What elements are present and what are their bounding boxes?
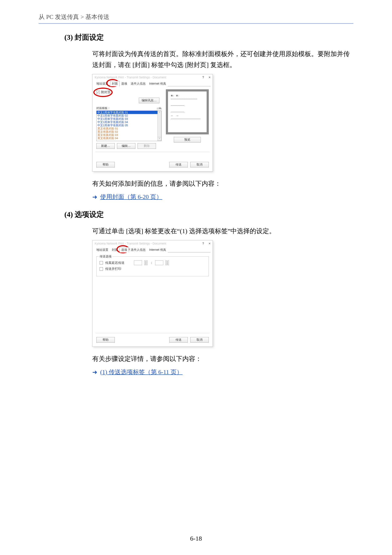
cancel-button[interactable]: 取消 bbox=[190, 337, 209, 343]
delayed-send-label: 传真延迟传送 bbox=[105, 261, 124, 265]
minute-input[interactable] bbox=[155, 260, 163, 265]
edit-template-button[interactable]: 编辑… bbox=[117, 143, 135, 149]
cancel-button[interactable]: 取消 bbox=[190, 162, 209, 168]
delete-template-button[interactable]: 删除 bbox=[137, 143, 156, 149]
dialog-tabs: 地址设置 封面 选项 送件人信息 Internet 传真 bbox=[93, 81, 213, 86]
minute-spinner[interactable]: ▲▼ bbox=[165, 260, 169, 265]
close-icon[interactable]: × bbox=[209, 76, 210, 79]
tab-address[interactable]: 地址设置 bbox=[95, 81, 110, 86]
send-and-print-label: 传送并打印 bbox=[105, 267, 121, 271]
send-button[interactable]: 传送 bbox=[169, 162, 188, 168]
options-tab-link[interactable]: (1) 传送选项标签（第 6-11 页） bbox=[100, 368, 183, 376]
list-item[interactable]: 中文1简体字传真封面 03 bbox=[97, 117, 161, 120]
tab-internet-fax[interactable]: Internet 传真 bbox=[147, 81, 168, 86]
attach-cover-checkbox[interactable]: ✓ bbox=[96, 91, 100, 94]
list-item[interactable]: 中文1简体字传真封面 04 bbox=[97, 120, 161, 124]
time-colon: ： bbox=[150, 261, 153, 265]
send-button[interactable]: 传送 bbox=[169, 337, 188, 343]
help-icon[interactable]: ? bbox=[202, 76, 204, 79]
delayed-send-checkbox[interactable] bbox=[100, 261, 103, 264]
section-4-ref-intro: 有关步骤设定详情，请参阅以下内容： bbox=[92, 353, 353, 364]
hour-spinner[interactable]: ▲▼ bbox=[144, 260, 148, 265]
preview-button[interactable]: 预览 bbox=[174, 137, 201, 143]
attach-cover-label: 附封页 bbox=[101, 90, 111, 94]
tab-cover[interactable]: 封面 bbox=[110, 81, 120, 86]
tab-options[interactable]: 选项 bbox=[120, 81, 129, 86]
dialog-title: Kyocera Network FAX - Transmit Settings … bbox=[95, 76, 166, 79]
send-and-print-checkbox[interactable] bbox=[100, 267, 103, 271]
arrow-right-icon: ➜ bbox=[92, 369, 97, 376]
help-button[interactable]: 帮助 bbox=[96, 162, 115, 168]
tab-sender[interactable]: 送件人信息 bbox=[129, 247, 147, 253]
breadcrumb: 从 PC 发送传真 > 基本传送 bbox=[39, 13, 353, 21]
hour-input[interactable] bbox=[134, 260, 142, 265]
cover-page-link[interactable]: 使用封面（第 6-20 页） bbox=[100, 193, 162, 201]
sort-icons[interactable]: ↓↑ A↓ bbox=[157, 107, 162, 110]
list-item[interactable]: 英文传真封面 01 bbox=[97, 127, 161, 130]
fieldset-legend: 传送选项 bbox=[99, 255, 112, 258]
template-listbox[interactable]: 中文1简体字传真封面 01 中文1简体字传真封面 02 中文1简体字传真封面 0… bbox=[96, 110, 162, 141]
cover-preview: 收：发： —— bbox=[166, 89, 209, 134]
header-divider bbox=[39, 23, 353, 24]
cover-page-dialog: Kyocera Network FAX - Transmit Settings … bbox=[92, 74, 213, 172]
list-item[interactable]: 中文1简体字传真封面 02 bbox=[97, 114, 161, 117]
section-3-ref-intro: 有关如何添加封面的信息，请参阅以下内容： bbox=[92, 178, 353, 189]
page-number: 6-18 bbox=[0, 535, 392, 542]
list-item[interactable]: 中文1简体字传真封面 05 bbox=[97, 124, 161, 127]
tab-internet-fax[interactable]: Internet 传真 bbox=[147, 247, 168, 253]
dialog-tabs: 地址设置 封面 选项 送件人信息 Internet 传真 bbox=[93, 247, 213, 252]
help-icon[interactable]: ? bbox=[202, 242, 204, 245]
tab-cover[interactable]: 封面 bbox=[110, 247, 120, 253]
send-options-fieldset: 传送选项 传真延迟传送 ▲▼ ： ▲▼ 传送并打印 bbox=[96, 256, 209, 276]
new-template-button[interactable]: 新建… bbox=[96, 143, 115, 149]
list-item[interactable]: 英文传真封面 02 bbox=[97, 130, 161, 133]
tab-sender[interactable]: 送件人信息 bbox=[129, 81, 147, 86]
edit-message-button[interactable]: 编辑讯息… bbox=[139, 98, 159, 103]
help-button[interactable]: 帮助 bbox=[96, 337, 115, 343]
list-item[interactable]: 英文传真封面 03 bbox=[97, 133, 161, 137]
dialog-title: Kyocera Network FAX - Transmit Settings … bbox=[95, 242, 166, 245]
section-4-title: (4) 选项设定 bbox=[64, 210, 353, 219]
template-list-label: 封面模板： bbox=[96, 106, 110, 110]
scrollbar-track[interactable] bbox=[157, 114, 161, 137]
tab-address[interactable]: 地址设置 bbox=[95, 247, 110, 253]
arrow-right-icon: ➜ bbox=[92, 193, 97, 201]
tab-options[interactable]: 选项 bbox=[120, 247, 129, 253]
section-3-paragraph: 可将封面设为传真传送的首页。除标准封面模板外，还可创建并使用原始模板。要附加并传… bbox=[92, 48, 353, 70]
scroll-down-icon[interactable]: ˅ bbox=[157, 137, 161, 141]
section-4-paragraph: 可通过单击 [选项] 标签更改在“(1) 选择选项标签”中选择的设定。 bbox=[92, 226, 353, 236]
close-icon[interactable]: × bbox=[209, 242, 210, 245]
section-3-title: (3) 封面设定 bbox=[64, 32, 353, 42]
list-item[interactable]: 中文1简体字传真封面 01 bbox=[97, 111, 161, 114]
options-dialog: Kyocera Network FAX - Transmit Settings … bbox=[92, 240, 213, 347]
list-item[interactable]: 英文传真封面 04 bbox=[97, 137, 161, 140]
